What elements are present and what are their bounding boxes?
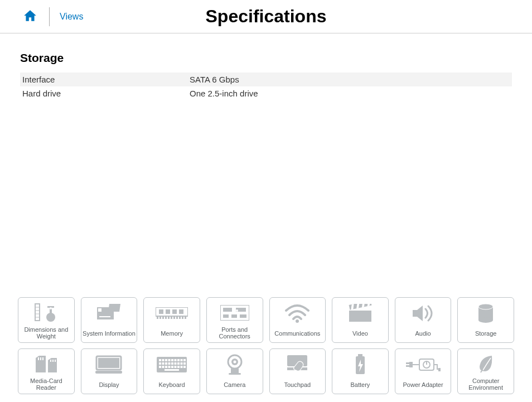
nav-tile-label: Audio [415,327,431,340]
svg-point-36 [296,319,299,323]
svg-rect-63 [175,359,177,361]
svg-rect-73 [177,362,180,365]
views-link[interactable]: Views [50,12,83,22]
svg-rect-76 [159,366,161,368]
svg-rect-78 [165,366,167,368]
nav-tile-wifi[interactable]: Communications [269,297,326,343]
svg-rect-15 [166,309,170,314]
svg-rect-26 [179,316,181,319]
svg-rect-28 [185,316,186,319]
svg-rect-85 [165,369,179,371]
content-area: Storage Interface SATA 6 Gbps Hard drive… [0,33,532,118]
nav-tile-storage[interactable]: Storage [457,297,514,343]
nav-tile-label: Ports and Connectors [208,326,262,340]
svg-rect-11 [108,304,120,312]
svg-rect-52 [52,360,54,362]
section-title: Storage [20,51,512,65]
nav-row-2: Media-Card ReaderDisplayKeyboardCameraTo… [18,348,514,394]
svg-rect-81 [175,366,177,368]
nav-tile-video[interactable]: Video [332,297,389,343]
display-icon [95,351,122,378]
svg-rect-74 [181,362,183,365]
wifi-icon [285,300,309,327]
spec-row: Hard drive One 2.5-inch drive [20,86,512,100]
nav-tile-label: Media-Card Reader [20,377,73,391]
svg-rect-71 [171,362,173,365]
topbar: Views Specifications [0,0,532,33]
svg-rect-83 [181,366,183,368]
nav-tile-label: Camera [224,378,245,391]
nav-tile-label: Dimensions and Weight [20,326,73,340]
spec-row: Interface SATA 6 Gbps [20,72,512,86]
svg-rect-102 [438,368,441,371]
nav-tile-keyboard[interactable]: Keyboard [143,348,200,394]
svg-rect-23 [171,316,172,319]
svg-rect-49 [40,357,41,360]
svg-rect-17 [179,309,183,314]
nav-tile-touchpad[interactable]: Touchpad [269,348,326,394]
svg-rect-77 [162,366,165,368]
svg-rect-19 [159,316,161,319]
spec-value: One 2.5-inch drive [190,89,512,98]
home-button[interactable] [22,7,50,26]
nav-tile-camera[interactable]: Camera [206,348,263,394]
nav-tile-label: Storage [475,327,497,340]
nav-tile-label: Power Adapter [403,378,443,391]
nav-tile-system-info[interactable]: System Information [81,297,138,343]
svg-rect-82 [177,366,180,368]
svg-rect-72 [175,362,177,365]
power-adapter-icon [406,351,441,378]
camera-icon [225,351,244,378]
nav-tile-label: Computer Environment [459,377,512,391]
nav-tile-dimensions-weight[interactable]: Dimensions and Weight [18,297,75,343]
svg-rect-64 [177,359,180,361]
svg-rect-21 [165,316,167,319]
nav-tile-power-adapter[interactable]: Power Adapter [395,348,452,394]
svg-rect-68 [162,362,165,365]
svg-rect-51 [50,360,51,362]
nav-row-1: Dimensions and WeightSystem InformationM… [18,297,514,343]
svg-rect-93 [358,354,362,356]
nav-tile-media-card[interactable]: Media-Card Reader [18,348,75,394]
audio-icon [412,300,435,327]
nav-tile-environment[interactable]: Computer Environment [457,348,514,394]
system-info-icon [96,300,122,327]
battery-icon [355,351,366,378]
svg-rect-69 [165,362,167,365]
svg-rect-97 [406,365,409,367]
svg-rect-48 [38,357,39,360]
svg-rect-96 [406,362,409,364]
keyboard-icon [157,351,187,378]
svg-rect-10 [98,308,101,312]
nav-tile-memory[interactable]: Memory [143,297,200,343]
spec-key: Interface [22,75,190,84]
nav-tile-battery[interactable]: Battery [332,348,389,394]
svg-rect-34 [231,314,237,318]
ports-icon [220,300,249,326]
svg-rect-55 [98,358,119,368]
svg-point-88 [233,361,236,364]
touchpad-icon [285,351,309,378]
nav-tile-audio[interactable]: Audio [395,297,452,343]
nav-tile-label: Video [352,327,368,340]
svg-rect-14 [159,309,163,314]
svg-rect-58 [159,359,161,361]
svg-rect-65 [181,359,183,361]
bottom-nav: Dimensions and WeightSystem InformationM… [0,292,532,394]
svg-rect-98 [409,362,413,367]
nav-tile-label: Battery [351,378,370,391]
svg-marker-43 [413,306,423,321]
nav-tile-display[interactable]: Display [81,348,138,394]
svg-rect-33 [223,314,229,318]
video-icon [348,300,373,327]
svg-rect-25 [176,316,178,319]
nav-tile-ports[interactable]: Ports and Connectors [206,297,263,343]
svg-rect-27 [182,316,183,319]
svg-rect-29 [220,305,249,321]
svg-rect-30 [223,308,232,312]
svg-rect-61 [168,359,171,361]
memory-icon [156,300,188,327]
svg-rect-35 [240,314,246,318]
dimensions-weight-icon [34,300,59,326]
media-card-icon [35,351,58,377]
